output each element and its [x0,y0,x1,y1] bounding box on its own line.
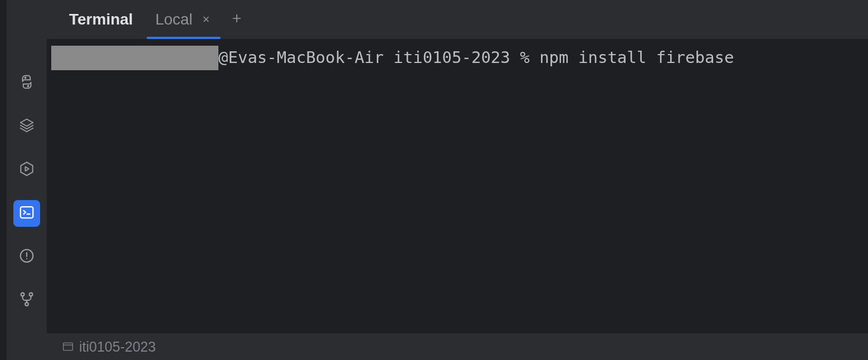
layers-icon [18,117,35,136]
sidebar-item-git[interactable] [13,287,40,314]
status-project[interactable]: iti0105-2023 [62,339,156,355]
svg-marker-2 [21,119,33,127]
svg-rect-16 [64,343,73,350]
tab-local[interactable]: Local × [147,0,221,39]
window-gutter [0,0,7,360]
terminal-text: @Evas-MacBook-Air iti0105-2023 % npm ins… [218,47,734,69]
svg-point-0 [25,77,26,79]
status-project-label: iti0105-2023 [79,339,156,355]
app-root: Terminal Local × @Evas-MacBook-Air iti01… [0,0,868,360]
terminal-panel-title[interactable]: Terminal [60,0,142,39]
window-icon [62,339,74,355]
terminal-line: @Evas-MacBook-Air iti0105-2023 % npm ins… [47,46,868,70]
svg-rect-5 [21,207,33,218]
new-tab-button[interactable] [225,12,248,27]
python-icon [18,74,35,93]
plus-icon [231,12,243,27]
tool-sidebar [7,0,47,360]
git-branch-icon [18,291,35,310]
sidebar-item-problems[interactable] [13,244,40,270]
svg-marker-3 [21,162,32,176]
terminal-icon [18,204,35,223]
svg-point-1 [28,86,29,87]
sidebar-item-python[interactable] [13,70,40,96]
main-panel: Terminal Local × @Evas-MacBook-Air iti01… [47,0,868,360]
tab-local-label: Local [155,11,193,28]
terminal-tab-bar: Terminal Local × [47,0,868,39]
redacted-username [51,46,218,70]
tab-title-label: Terminal [69,11,133,28]
status-bar: iti0105-2023 [47,333,868,360]
sidebar-item-services[interactable] [13,157,40,183]
sidebar-item-packages[interactable] [13,113,40,140]
warning-circle-icon [18,247,35,266]
hexagon-play-icon [18,160,35,179]
sidebar-item-terminal[interactable] [13,200,40,227]
terminal-output[interactable]: @Evas-MacBook-Air iti0105-2023 % npm ins… [47,39,868,333]
svg-point-9 [26,258,27,259]
close-icon[interactable]: × [201,11,212,28]
svg-marker-4 [26,167,29,171]
